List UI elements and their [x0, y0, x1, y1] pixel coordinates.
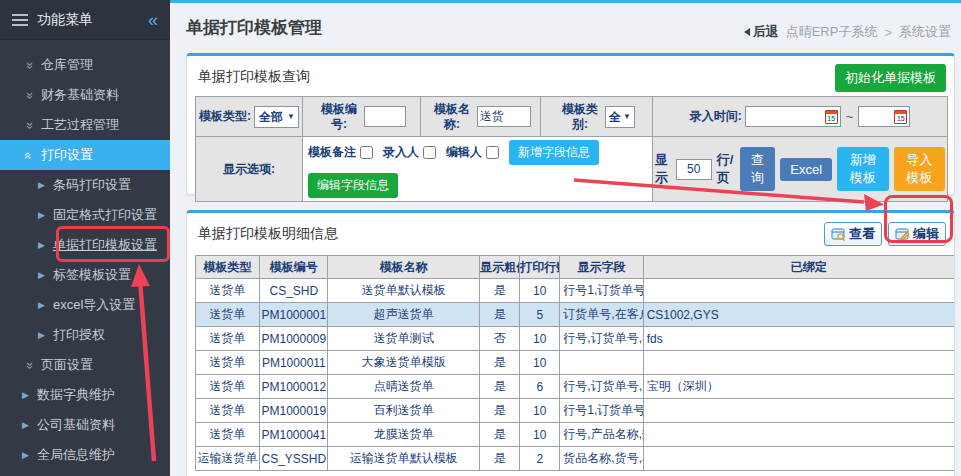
sidebar-item-doc-print-template-settings[interactable]: ▶单据打印模板设置 [0, 230, 170, 260]
entry-person-checkbox-label: 录入人 [383, 144, 419, 161]
triangle-right-icon: ▶ [38, 330, 45, 340]
sidebar: 功能菜单 « «仓库管理 «财务基础资料 «工艺过程管理 «打印设置 ▶条码打印… [0, 0, 170, 476]
template-type-label: 模板类型: [199, 109, 251, 124]
chevron-down-icon: « [21, 89, 36, 102]
chevron-down-icon: « [21, 59, 36, 72]
entry-time-from-wrap [745, 106, 841, 127]
sidebar-item-company-base-data[interactable]: ▶公司基础资料 [0, 410, 170, 440]
back-button[interactable]: 后退 [744, 23, 779, 41]
view-doc-magnifier-icon [831, 227, 846, 242]
date-range-tilde: ~ [844, 109, 856, 124]
query-panel: 单据打印模板查询 初始化单据模板 模板类型: 全部 模板编号: [186, 53, 955, 195]
sidebar-item-label-template-settings[interactable]: ▶标签模板设置 [0, 260, 170, 290]
sidebar-item-process-mgmt[interactable]: «工艺过程管理 [0, 110, 170, 140]
rows-per-page-label: 行/页 [717, 151, 735, 187]
template-category-select[interactable]: 全 [605, 106, 635, 128]
remark-checkbox-label: 模板备注 [308, 144, 356, 161]
sidebar-title: 功能菜单 [37, 11, 148, 29]
main-content: 单据打印模板管理 后退 点晴ERP子系统 > 系统设置 单据打印模板查询 初始化… [170, 0, 961, 476]
sidebar-collapse-icon[interactable]: « [148, 11, 158, 29]
table-row[interactable]: 运输送货单CS_YSSHD运输送货单默认模板是2货品名称,货号,单位,数 [196, 447, 956, 471]
triangle-right-icon: ▶ [38, 270, 45, 280]
table-row-selected[interactable]: 送货单PM1000001超声送货单是5订货单号,在客户处订货CS1002,GYS [196, 303, 956, 327]
query-form-table: 模板类型: 全部 模板编号: 模板名称: [195, 96, 948, 202]
page-title: 单据打印模板管理 [186, 16, 322, 39]
sidebar-item-data-dictionary[interactable]: ▶数据字典维护 [0, 380, 170, 410]
detail-panel-title: 单据打印模板明细信息 [198, 225, 338, 243]
page-size-input[interactable] [676, 159, 712, 180]
template-name-label: 模板名称: [430, 102, 474, 132]
triangle-right-icon: ▶ [38, 240, 45, 250]
sidebar-header: 功能菜单 « [0, 0, 170, 40]
import-template-button[interactable]: 导入模板 [894, 147, 945, 191]
menu-list-icon [12, 14, 28, 26]
field-entry-time: 录入时间: ~ [653, 97, 948, 137]
sidebar-item-finance-base-data[interactable]: «财务基础资料 [0, 80, 170, 110]
sidebar-item-print-authorization[interactable]: ▶打印授权 [0, 320, 170, 350]
template-code-input[interactable] [364, 106, 406, 127]
breadcrumb-separator: > [884, 25, 892, 40]
template-name-input[interactable] [477, 106, 531, 127]
entry-person-checkbox[interactable] [423, 146, 436, 159]
sidebar-item-fixed-format-print-settings[interactable]: ▶固定格式打印设置 [0, 200, 170, 230]
col-bound: 已绑定 [643, 256, 955, 279]
pager-actions-cell: 显示 行/页 查询 Excel 新增模板 导入模板 [653, 137, 948, 202]
col-template-type: 模板类型 [196, 256, 260, 279]
edit-field-info-button[interactable]: 编辑字段信息 [308, 173, 398, 198]
excel-button[interactable]: Excel [780, 158, 832, 181]
breadcrumb-parent[interactable]: 点晴ERP子系统 [786, 23, 878, 41]
new-template-button[interactable]: 新增模板 [837, 147, 888, 191]
table-row[interactable]: 送货单PM1000012点晴送货单是6行号,订货单号,产品名宝明（深圳） [196, 375, 956, 399]
field-template-name: 模板名称: [421, 97, 541, 137]
display-options-label-cell: 显示选项: [196, 137, 303, 202]
triangle-right-icon: ▶ [22, 390, 29, 400]
table-header-row: 模板类型 模板编号 模板名称 显示粗体 打印行数 显示字段 已绑定 [196, 256, 956, 279]
chevron-down-icon: « [21, 119, 36, 132]
template-code-label: 模板编号: [317, 102, 361, 132]
display-options-cell: 模板备注 录入人 编辑人 新增字段信息 编辑字段信息 [303, 137, 653, 202]
breadcrumb-current[interactable]: 系统设置 [899, 23, 951, 41]
template-category-label: 模板类别: [558, 102, 602, 132]
sidebar-item-global-info[interactable]: ▶全局信息维护 [0, 440, 170, 470]
triangle-right-icon: ▶ [22, 420, 29, 430]
detail-panel: 单据打印模板明细信息 查看 编辑 模板类型 模板编号 模板名称 显示粗体 打印行… [186, 210, 955, 476]
triangle-right-icon: ▶ [38, 210, 45, 220]
col-template-code: 模板编号 [260, 256, 328, 279]
sidebar-nav: «仓库管理 «财务基础资料 «工艺过程管理 «打印设置 ▶条码打印设置 ▶固定格… [0, 40, 170, 470]
table-row[interactable]: 送货单PM1000011大象送货单模版是10 [196, 351, 956, 375]
edit-button[interactable]: 编辑 [888, 222, 946, 246]
sidebar-item-page-settings[interactable]: «页面设置 [0, 350, 170, 380]
col-display-fields: 显示字段 [560, 256, 643, 279]
chevron-down-icon: « [21, 359, 36, 372]
init-template-button[interactable]: 初始化单据模板 [835, 64, 946, 92]
show-label: 显示 [655, 151, 671, 187]
search-button[interactable]: 查询 [740, 147, 776, 191]
field-template-category: 模板类别: 全 [541, 97, 653, 137]
table-row[interactable]: 送货单PM1000009送货单测试否10行号,订货单号,在客户fds [196, 327, 956, 351]
chevron-up-icon: « [21, 149, 36, 162]
sidebar-item-print-settings[interactable]: «打印设置 [0, 140, 170, 170]
back-icon [744, 28, 750, 36]
editor-checkbox-label: 编辑人 [446, 144, 482, 161]
template-category-select-wrap: 全 [605, 106, 635, 128]
template-type-select[interactable]: 全部 [254, 106, 299, 128]
sidebar-item-barcode-print-settings[interactable]: ▶条码打印设置 [0, 170, 170, 200]
view-button[interactable]: 查看 [824, 222, 882, 246]
calendar-icon[interactable] [894, 110, 907, 124]
remark-checkbox[interactable] [360, 146, 373, 159]
add-field-info-button[interactable]: 新增字段信息 [509, 140, 599, 165]
table-row[interactable]: 送货单PM1000019百利送货单是10行号1,订货单号,在客户 [196, 399, 956, 423]
calendar-icon[interactable] [825, 110, 838, 124]
sidebar-item-warehouse-mgmt[interactable]: «仓库管理 [0, 50, 170, 80]
query-panel-title: 单据打印模板查询 [198, 68, 310, 86]
template-type-select-wrap: 全部 [254, 106, 299, 128]
triangle-right-icon: ▶ [22, 450, 29, 460]
table-row[interactable]: 送货单CS_SHD送货单默认模板是10行号1,订货单号,在客户 [196, 279, 956, 303]
table-row[interactable]: 送货单PM1000041龙膜送货单是10行号,产品名称,规格,单 [196, 423, 956, 447]
field-template-type: 模板类型: 全部 [196, 97, 303, 137]
template-table: 模板类型 模板编号 模板名称 显示粗体 打印行数 显示字段 已绑定 送货单CS_… [195, 255, 955, 471]
sidebar-item-excel-import-settings[interactable]: ▶excel导入设置 [0, 290, 170, 320]
display-options-label: 显示选项: [223, 162, 275, 177]
editor-checkbox[interactable] [486, 146, 499, 159]
triangle-right-icon: ▶ [38, 180, 45, 190]
